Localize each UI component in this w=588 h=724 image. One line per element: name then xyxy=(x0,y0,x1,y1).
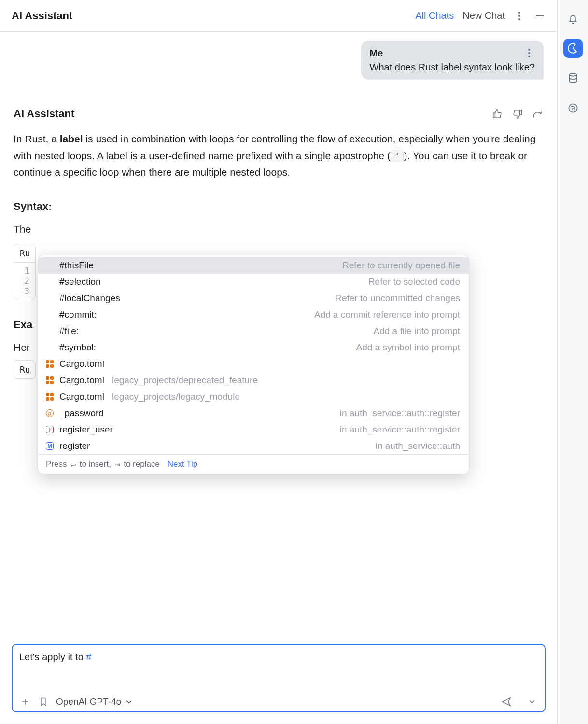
user-message-text: What does Rust label syntax look like? xyxy=(370,62,535,73)
next-tip-link[interactable]: Next Tip xyxy=(168,459,197,469)
right-rail xyxy=(557,0,588,724)
popup-item-label: Cargo.toml xyxy=(59,375,104,386)
popup-item-label: _password xyxy=(59,408,104,418)
send-icon[interactable] xyxy=(501,696,512,708)
popup-item-desc: Add a symbol into prompt xyxy=(356,342,460,353)
popup-item[interactable]: #file:Add a file into prompt xyxy=(38,323,469,339)
popup-item[interactable]: fregister_userin auth_service::auth::reg… xyxy=(38,421,469,438)
popup-item-desc: Refer to uncommitted changes xyxy=(335,293,460,304)
toml-file-icon xyxy=(45,392,55,402)
blank-icon xyxy=(45,261,55,270)
popup-item-desc: Refer to currently opened file xyxy=(342,260,460,271)
popup-item[interactable]: #symbol:Add a symbol into prompt xyxy=(38,339,469,356)
popup-item-desc: in auth_service::auth xyxy=(376,441,460,451)
code-lang-tab-2[interactable]: Ru xyxy=(14,361,35,379)
popup-item-desc: Add a file into prompt xyxy=(373,326,460,336)
popup-item[interactable]: #thisFileRefer to currently opened file xyxy=(38,257,469,274)
toml-file-icon xyxy=(45,359,55,369)
example-intro-truncated: Her xyxy=(14,342,36,353)
code-lang-tab[interactable]: Ru xyxy=(14,244,35,263)
popup-item-path: legacy_projects/legacy_module xyxy=(112,391,240,402)
panel-title: AI Assistant xyxy=(12,10,406,22)
popup-item-label: #symbol: xyxy=(59,342,96,353)
assistant-text: In Rust, a label is used in combination … xyxy=(14,131,544,181)
ai-assistant-panel: AI Assistant All Chats New Chat Me What … xyxy=(0,0,557,724)
popup-item-label: register xyxy=(59,441,90,451)
svg-point-0 xyxy=(569,73,576,76)
message-more-icon[interactable] xyxy=(523,47,535,59)
blank-icon xyxy=(45,293,55,303)
new-chat-link[interactable]: New Chat xyxy=(462,10,505,21)
reaction-icons xyxy=(491,108,544,120)
popup-item-desc: Refer to selected code xyxy=(368,277,460,287)
regenerate-icon[interactable] xyxy=(532,108,544,120)
parameter-icon: p xyxy=(45,408,55,418)
popup-item[interactable]: #commit:Add a commit reference into prom… xyxy=(38,306,469,323)
popup-item-label: Cargo.toml xyxy=(59,359,104,369)
popup-footer: Press ↵ to insert, ⇥ to replace Next Tip xyxy=(38,454,469,474)
popup-item-label: Cargo.toml xyxy=(59,391,104,402)
model-selector[interactable]: OpenAI GPT-4o xyxy=(56,696,134,707)
example-heading-truncated: Exa xyxy=(14,319,36,331)
popup-item[interactable]: p_passwordin auth_service::auth::registe… xyxy=(38,405,469,421)
ai-assistant-rail-icon[interactable] xyxy=(563,39,583,58)
popup-item-label: #file: xyxy=(59,326,79,336)
all-chats-link[interactable]: All Chats xyxy=(415,10,454,21)
popup-item-desc: in auth_service::auth::register xyxy=(340,424,460,435)
popup-item-label: register_user xyxy=(59,424,113,435)
popup-item-label: #selection xyxy=(59,277,101,287)
popup-item-label: #thisFile xyxy=(59,260,94,271)
context-autocomplete-popup: #thisFileRefer to currently opened file#… xyxy=(38,255,469,474)
notifications-icon[interactable] xyxy=(563,9,583,28)
popup-list: #thisFileRefer to currently opened file#… xyxy=(38,255,469,454)
user-sender-label: Me xyxy=(370,48,383,59)
popup-item-path: legacy_projects/deprecated_feature xyxy=(112,375,258,386)
popup-item[interactable]: Cargo.tomllegacy_projects/legacy_module xyxy=(38,389,469,405)
prompt-input[interactable]: Let's apply it to # OpenAI GPT-4o xyxy=(12,644,546,712)
popup-item[interactable]: Cargo.tomllegacy_projects/deprecated_fea… xyxy=(38,372,469,389)
popup-item[interactable]: #selectionRefer to selected code xyxy=(38,274,469,290)
assistant-name: AI Assistant xyxy=(14,108,74,120)
bookmark-icon[interactable] xyxy=(38,696,49,708)
toml-file-icon xyxy=(45,376,55,385)
svg-point-1 xyxy=(569,104,577,112)
blank-icon xyxy=(45,343,55,352)
add-context-icon[interactable] xyxy=(19,696,31,708)
popup-item-desc: in auth_service::auth::register xyxy=(340,408,460,418)
user-message: Me What does Rust label syntax look like… xyxy=(361,41,544,80)
code-block-2: Ru xyxy=(14,360,36,379)
more-icon[interactable] xyxy=(514,10,525,22)
syntax-intro-truncated: The xyxy=(14,223,544,235)
popup-item[interactable]: Mregisterin auth_service::auth xyxy=(38,438,469,454)
blank-icon xyxy=(45,310,55,320)
popup-item-desc: Add a commit reference into prompt xyxy=(314,309,460,320)
popup-item-label: #localChanges xyxy=(59,293,120,304)
blank-icon xyxy=(45,277,55,287)
code-block: Ru 1 2 3 xyxy=(14,244,36,299)
syntax-heading: Syntax: xyxy=(14,200,544,213)
send-menu-chevron-icon[interactable] xyxy=(526,696,538,708)
module-icon: M xyxy=(45,441,55,451)
minimize-icon[interactable] xyxy=(534,10,546,22)
function-icon: f xyxy=(45,425,55,434)
blank-icon xyxy=(45,326,55,336)
rust-icon[interactable] xyxy=(563,98,583,118)
popup-item-label: #commit: xyxy=(59,309,97,320)
database-icon[interactable] xyxy=(563,69,583,88)
popup-item[interactable]: #localChangesRefer to uncommitted change… xyxy=(38,290,469,306)
popup-item[interactable]: Cargo.toml xyxy=(38,356,469,372)
prompt-toolbar: OpenAI GPT-4o xyxy=(19,696,538,708)
thumbs-down-icon[interactable] xyxy=(512,108,523,120)
chevron-down-icon xyxy=(124,697,134,707)
thumbs-up-icon[interactable] xyxy=(491,108,503,120)
panel-header: AI Assistant All Chats New Chat xyxy=(0,0,557,32)
prompt-text[interactable]: Let's apply it to # xyxy=(19,650,538,696)
